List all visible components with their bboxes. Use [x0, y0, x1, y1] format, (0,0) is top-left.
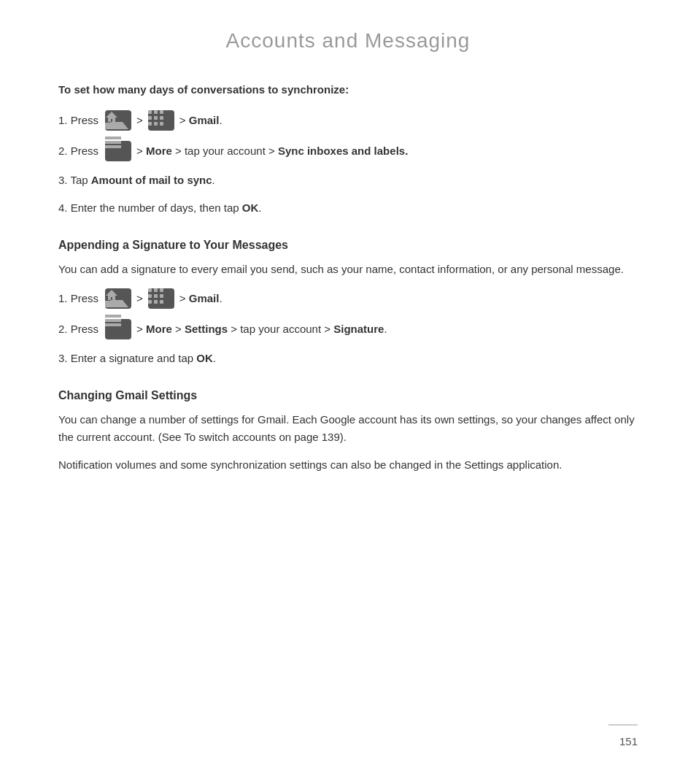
page-divider: [608, 724, 638, 726]
step-1-1-text: > Gmail.: [179, 112, 223, 129]
svg-marker-0: [106, 112, 117, 122]
home-icon: [105, 110, 131, 131]
step-2-2-text: > More > Settings > tap your account > S…: [136, 320, 387, 338]
section-2-heading: Appending a Signature to Your Messages: [58, 239, 638, 252]
section-3-paragraph1: You can change a number of settings for …: [58, 411, 638, 446]
step-1-4: 4. Enter the number of days, then tap OK…: [58, 199, 638, 217]
step-number: 2. Press: [58, 142, 98, 160]
svg-marker-1: [106, 290, 117, 300]
page-title: Accounts and Messaging: [58, 29, 638, 53]
step-1-1: 1. Press > > Gmail.: [58, 110, 638, 131]
step-1-3: 3. Tap Amount of mail to sync.: [58, 172, 638, 189]
step-arrow-1: >: [136, 112, 143, 129]
home-icon-2: [105, 288, 131, 309]
step-number: 2. Press: [58, 320, 98, 338]
step-2-1: 1. Press > > Gmail.: [58, 288, 638, 309]
page-number: 151: [619, 735, 638, 748]
section-gmail-settings: Changing Gmail Settings You can change a…: [58, 389, 638, 474]
step-number: 1. Press: [58, 290, 98, 307]
section-intro: To set how many days of conversations to…: [58, 82, 638, 99]
more-icon-2: [105, 319, 131, 339]
section-signature: Appending a Signature to Your Messages Y…: [58, 239, 638, 367]
step-2-1-text: > Gmail.: [179, 290, 223, 307]
menu-icon-2: [148, 288, 174, 309]
step-2-3: 3. Enter a signature and tap OK.: [58, 350, 638, 367]
step-number: 1. Press: [58, 112, 98, 129]
step-1-4-text: 4. Enter the number of days, then tap OK…: [58, 199, 262, 217]
menu-icon-1: [148, 110, 174, 131]
step-arrow-2: >: [136, 290, 143, 307]
page-container: Accounts and Messaging To set how many d…: [0, 0, 696, 784]
step-1-2-text: > More > tap your account > Sync inboxes…: [136, 142, 408, 160]
step-2-3-text: 3. Enter a signature and tap OK.: [58, 350, 216, 367]
section-2-paragraph: You can add a signature to every email y…: [58, 261, 638, 278]
step-1-2: 2. Press > More > tap your account > Syn…: [58, 141, 638, 161]
step-2-2: 2. Press > More > Settings > tap your ac…: [58, 319, 638, 339]
section-sync-days: To set how many days of conversations to…: [58, 82, 638, 217]
section-3-paragraph2: Notification volumes and some synchroniz…: [58, 456, 638, 474]
more-icon-1: [105, 141, 131, 161]
section-3-heading: Changing Gmail Settings: [58, 389, 638, 402]
step-1-3-text: 3. Tap Amount of mail to sync.: [58, 172, 215, 189]
